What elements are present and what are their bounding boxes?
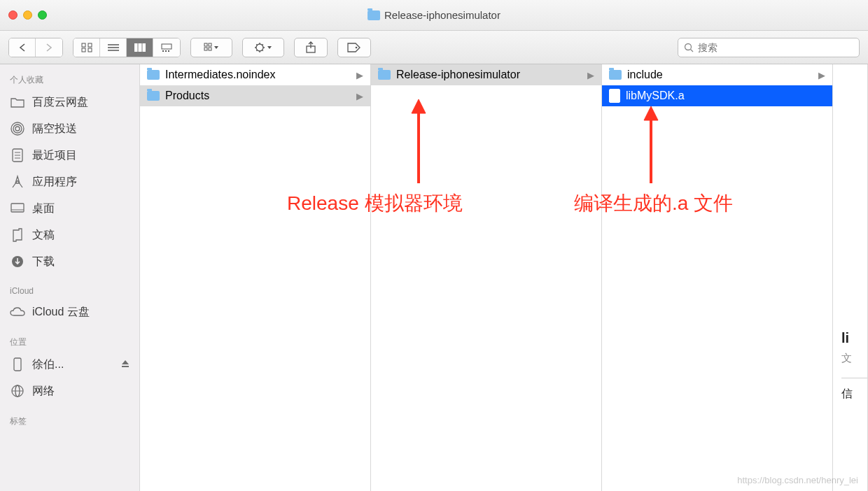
sidebar: 个人收藏 百度云网盘 隔空投送 最近项目 应用程序 桌面 文稿 下载 iClou… bbox=[0, 64, 140, 491]
downloads-icon bbox=[10, 254, 25, 269]
sidebar-item-network[interactable]: 网络 bbox=[0, 378, 139, 404]
search-box[interactable] bbox=[678, 38, 860, 57]
sidebar-item-label: 隔空投送 bbox=[32, 122, 77, 136]
chevron-right-icon: ▶ bbox=[356, 91, 363, 101]
folder-icon bbox=[378, 70, 391, 80]
svg-point-24 bbox=[13, 124, 22, 133]
tags-button[interactable] bbox=[337, 38, 371, 57]
folder-icon bbox=[147, 91, 160, 101]
svg-point-20 bbox=[356, 46, 358, 48]
folder-icon bbox=[368, 10, 380, 20]
sidebar-item-label: iCloud 云盘 bbox=[32, 305, 90, 320]
sidebar-item-desktop[interactable]: 桌面 bbox=[0, 195, 139, 222]
svg-rect-33 bbox=[14, 358, 21, 371]
minimize-window-button[interactable] bbox=[23, 10, 32, 20]
eject-icon[interactable] bbox=[121, 358, 130, 371]
sidebar-item-baiduyun[interactable]: 百度云网盘 bbox=[0, 89, 139, 115]
folder-row-release-sim[interactable]: Release-iphonesimulator▶ bbox=[371, 64, 601, 85]
titlebar: Release-iphonesimulator bbox=[0, 0, 868, 31]
airdrop-icon bbox=[10, 121, 25, 136]
svg-line-22 bbox=[691, 49, 694, 52]
column-3: include▶ libMySDK.a bbox=[602, 64, 833, 491]
preview-divider bbox=[841, 378, 867, 378]
group-by-button[interactable] bbox=[190, 38, 232, 57]
sidebar-header-locations: 位置 bbox=[0, 332, 139, 351]
sidebar-header-icloud: iCloud bbox=[0, 282, 139, 299]
folder-row-intermediates[interactable]: Intermediates.noindex▶ bbox=[140, 64, 370, 85]
sidebar-item-label: 应用程序 bbox=[32, 175, 77, 190]
svg-rect-30 bbox=[11, 204, 24, 212]
network-icon bbox=[10, 383, 25, 399]
svg-rect-8 bbox=[139, 43, 141, 52]
documents-icon bbox=[10, 227, 25, 243]
svg-rect-15 bbox=[209, 43, 211, 46]
icon-view-button[interactable] bbox=[74, 38, 100, 57]
column-browser: Intermediates.noindex▶ Products▶ Release… bbox=[140, 64, 868, 491]
window-title: Release-iphonesimulator bbox=[368, 9, 500, 21]
svg-rect-13 bbox=[168, 50, 169, 52]
gallery-view-button[interactable] bbox=[153, 38, 180, 57]
cloud-icon bbox=[10, 304, 25, 320]
svg-rect-10 bbox=[162, 44, 172, 49]
folder-row-include[interactable]: include▶ bbox=[602, 64, 832, 85]
search-input[interactable] bbox=[698, 42, 853, 53]
apps-icon bbox=[10, 174, 25, 190]
sidebar-item-device[interactable]: 徐伯... bbox=[0, 351, 139, 378]
traffic-lights bbox=[8, 10, 47, 20]
watermark: https://blog.csdn.net/henry_lei bbox=[737, 475, 858, 485]
folder-row-products[interactable]: Products▶ bbox=[140, 85, 370, 106]
folder-icon bbox=[147, 70, 160, 80]
column-view-button[interactable] bbox=[127, 38, 153, 57]
sidebar-header-tags: 标签 bbox=[0, 411, 139, 430]
maximize-window-button[interactable] bbox=[38, 10, 47, 20]
svg-rect-9 bbox=[143, 43, 146, 52]
sidebar-header-favorites: 个人收藏 bbox=[0, 70, 139, 89]
row-label: include bbox=[627, 69, 663, 81]
sidebar-item-label: 桌面 bbox=[32, 201, 55, 216]
nav-buttons bbox=[8, 38, 63, 57]
row-label: Intermediates.noindex bbox=[165, 69, 275, 81]
close-window-button[interactable] bbox=[8, 10, 18, 20]
column-1: Intermediates.noindex▶ Products▶ bbox=[140, 64, 371, 491]
svg-rect-0 bbox=[82, 43, 85, 47]
sidebar-item-label: 网络 bbox=[32, 384, 55, 399]
folder-icon bbox=[10, 94, 25, 110]
view-mode-buttons bbox=[73, 38, 181, 57]
row-label: Release-iphonesimulator bbox=[396, 69, 520, 81]
file-icon bbox=[609, 89, 620, 103]
list-view-button[interactable] bbox=[100, 38, 127, 57]
sidebar-item-label: 下载 bbox=[32, 255, 55, 269]
file-row-libmysdk[interactable]: libMySDK.a bbox=[602, 85, 832, 106]
row-label: libMySDK.a bbox=[626, 90, 685, 102]
column-2: Release-iphonesimulator▶ bbox=[371, 64, 602, 491]
preview-subtitle: 文 bbox=[841, 352, 867, 365]
preview-title: li bbox=[841, 330, 867, 346]
forward-button[interactable] bbox=[36, 38, 62, 57]
back-button[interactable] bbox=[9, 38, 36, 57]
chevron-right-icon: ▶ bbox=[818, 70, 825, 80]
chevron-right-icon: ▶ bbox=[587, 70, 594, 80]
share-button[interactable] bbox=[294, 38, 328, 57]
svg-rect-7 bbox=[134, 43, 137, 52]
sidebar-item-label: 徐伯... bbox=[32, 357, 64, 372]
sidebar-item-label: 最近项目 bbox=[32, 148, 77, 163]
sidebar-item-applications[interactable]: 应用程序 bbox=[0, 169, 139, 195]
sidebar-item-icloud-drive[interactable]: iCloud 云盘 bbox=[0, 299, 139, 325]
preview-info: 信 bbox=[841, 387, 867, 401]
svg-rect-12 bbox=[165, 50, 167, 52]
action-menu-button[interactable] bbox=[242, 38, 284, 57]
svg-rect-17 bbox=[209, 48, 211, 50]
desktop-icon bbox=[10, 201, 25, 216]
sidebar-item-airdrop[interactable]: 隔空投送 bbox=[0, 115, 139, 142]
svg-rect-2 bbox=[82, 48, 85, 52]
toolbar bbox=[0, 31, 868, 64]
recent-icon bbox=[10, 148, 25, 163]
sidebar-item-label: 百度云网盘 bbox=[32, 95, 88, 110]
main-area: 个人收藏 百度云网盘 隔空投送 最近项目 应用程序 桌面 文稿 下载 iClou… bbox=[0, 64, 868, 491]
svg-rect-14 bbox=[204, 43, 207, 46]
sidebar-item-documents[interactable]: 文稿 bbox=[0, 222, 139, 248]
search-icon bbox=[684, 43, 694, 52]
sidebar-item-downloads[interactable]: 下载 bbox=[0, 248, 139, 275]
sidebar-item-recent[interactable]: 最近项目 bbox=[0, 142, 139, 169]
row-label: Products bbox=[165, 90, 209, 102]
